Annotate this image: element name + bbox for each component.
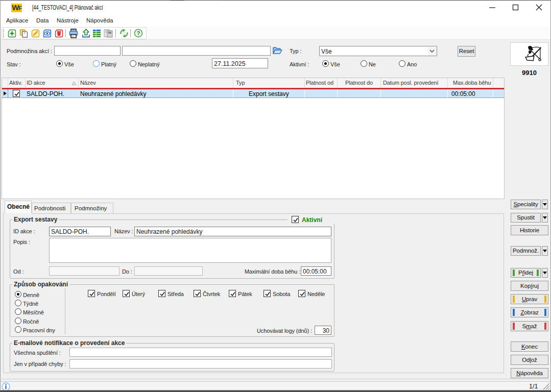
svg-text:?: ? [137,30,140,36]
